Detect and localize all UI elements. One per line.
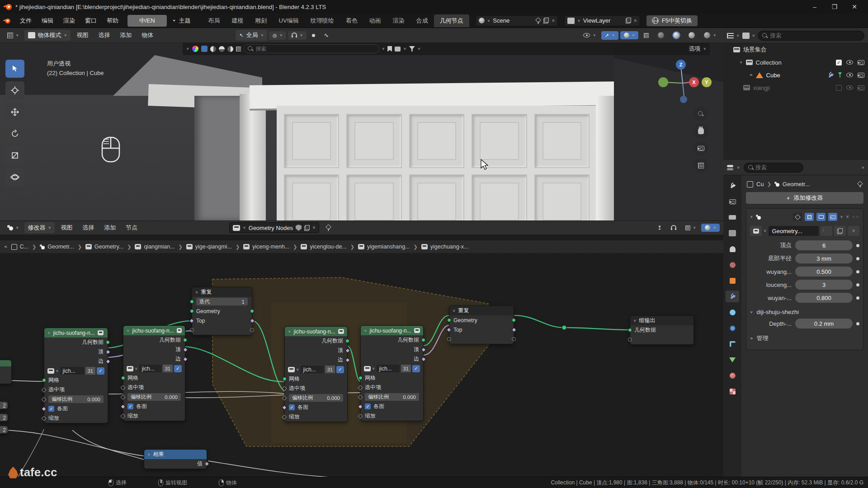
mask-sphere-icon-3[interactable] [227, 46, 233, 52]
node-canvas[interactable]: ∨ C... ❯ Geometr... ❯ Geometry... ❯ qian… [0, 235, 723, 477]
node-pin-icon[interactable] [326, 225, 331, 231]
crumb-nodes-label[interactable]: Geometr... [783, 181, 810, 188]
clipped-value-3[interactable]: 2 [0, 426, 8, 434]
louceng-value[interactable]: 3 [795, 280, 853, 290]
menu-window[interactable]: 窗口 [80, 15, 101, 27]
drag-handle[interactable]: ⁙⁙ [852, 215, 859, 219]
layers-icon[interactable] [395, 47, 401, 52]
group-node-4[interactable]: ∨jichu-suofang-n... 几何数据 顶 边 ∨jich...31✓… [360, 325, 424, 421]
tab-uv-editing[interactable]: UV编辑 [273, 14, 305, 27]
shading-material[interactable] [685, 31, 698, 40]
display-mode-icon[interactable] [727, 33, 734, 38]
gizmo-x-axis[interactable]: X [689, 77, 699, 87]
pivot-point-dropdown[interactable]: ◎∨ [269, 31, 286, 40]
mask-sphere-icon-2[interactable] [219, 46, 225, 52]
clipped-value-2[interactable]: 2 [0, 413, 8, 422]
depth-value[interactable]: 0.2 mm [795, 319, 853, 328]
unlink-node-tree-icon[interactable]: × [312, 225, 316, 231]
modifier-wrench-icon[interactable] [827, 72, 834, 78]
unlink-button[interactable]: × [848, 226, 859, 236]
tab-texture-paint[interactable]: 纹理喷绘 [305, 14, 340, 27]
filter-images-icon[interactable] [742, 33, 750, 39]
filter-icon[interactable] [409, 46, 415, 52]
tab-output[interactable] [726, 211, 739, 223]
expand-icon[interactable]: ∨ [740, 61, 743, 64]
bookmark-icon[interactable] [387, 46, 392, 52]
tab-modifiers[interactable] [726, 291, 739, 302]
tab-geometry-nodes[interactable]: 几何节点 [434, 14, 469, 27]
add-modifier-button[interactable]: + 添加修改器 [746, 192, 863, 204]
transform-orientation-dropdown[interactable]: ↖全局∨ [236, 30, 267, 41]
tab-world[interactable] [726, 259, 739, 271]
new-view-layer-icon[interactable] [626, 18, 631, 23]
pin-icon[interactable] [535, 18, 541, 24]
viewport-menu-add[interactable]: 添加 [116, 29, 136, 41]
node-menu-add[interactable]: 添加 [100, 222, 120, 234]
tab-physics[interactable] [726, 322, 739, 334]
gizmo-y-neg-axis[interactable] [658, 77, 668, 87]
repeat-input-node[interactable]: ∨重复 迭代1 Geometry Top [192, 287, 252, 335]
hide-eye-icon[interactable] [846, 85, 853, 90]
clipped-value-1[interactable]: 2 [0, 401, 8, 409]
outliner-search[interactable] [758, 31, 864, 41]
keyframe-dot[interactable] [856, 283, 859, 286]
tab-rendering[interactable]: 渲染 [387, 14, 410, 27]
keyframe-dot[interactable] [856, 296, 859, 300]
viewport-search[interactable] [244, 44, 379, 53]
minimize-button[interactable]: – [805, 0, 825, 14]
proportional-editing-toggle[interactable] [308, 33, 319, 38]
tweak-tool-button[interactable] [5, 60, 24, 78]
shading-wireframe[interactable] [654, 31, 668, 40]
tab-render[interactable] [726, 196, 739, 207]
group-node-2[interactable]: ∨jichu-suofang-n... 几何数据 顶 边 ∨jich...31✓… [123, 325, 185, 421]
menu-help[interactable]: 帮助 [102, 15, 123, 27]
multiply-node[interactable]: ∨相乘 值 [144, 449, 207, 469]
tab-view-layer[interactable] [726, 227, 739, 239]
breadcrumb-object[interactable]: C... [11, 244, 28, 250]
vertices-value[interactable]: 6 [795, 240, 853, 250]
collapse-icon[interactable]: ∨ [750, 215, 753, 219]
clipped-node-fragment[interactable]: 网格 贴图 [0, 360, 12, 384]
outliner-search-input[interactable] [770, 33, 860, 39]
remove-view-layer-icon[interactable]: × [634, 18, 637, 24]
mode-dropdown[interactable]: 物体模式∨ [24, 30, 71, 41]
go-to-parent-button[interactable]: ↥ [654, 223, 665, 232]
stencil-icon[interactable] [236, 47, 241, 52]
properties-editor-icon[interactable] [727, 165, 733, 170]
tab-constraints[interactable] [726, 338, 739, 350]
group-node-3[interactable]: ∨jichu-suofang-n... 几何数据 顶 边 ∨jich...31✓… [284, 326, 348, 422]
outliner-scene-collection[interactable]: 场景集合 [723, 43, 868, 56]
exclude-checkbox[interactable]: ✓ [836, 60, 842, 66]
outliner-cube-row[interactable]: ∨ Cube [723, 69, 868, 81]
tab-tool[interactable] [726, 180, 739, 192]
options-dropdown[interactable]: 选项∨ [689, 45, 706, 53]
remove-modifier-icon[interactable]: × [846, 214, 849, 220]
group-output-node[interactable]: ∨组输出 几何数据 [630, 315, 694, 345]
blender-menu-icon[interactable] [3, 17, 10, 24]
node-menu-node[interactable]: 节点 [122, 222, 142, 234]
scale-tool-button[interactable] [5, 146, 24, 164]
render-visibility-icon[interactable] [858, 60, 864, 65]
wuyang-value[interactable]: 0.500 [795, 267, 853, 277]
breadcrumb-group-1[interactable]: Geometry... [85, 244, 123, 250]
node-editor-type-dropdown[interactable]: ∨ [4, 224, 23, 232]
render-display-toggle[interactable] [828, 213, 837, 221]
node-snapping-toggle[interactable] [667, 224, 680, 232]
tab-texture[interactable] [726, 385, 739, 397]
options-icon[interactable]: ∨ [861, 166, 864, 169]
unlink-scene-icon[interactable]: × [552, 18, 555, 24]
extras-dropdown-icon[interactable]: ∨ [840, 215, 843, 219]
select-mask-icon[interactable] [201, 46, 208, 52]
shading-solid[interactable] [670, 31, 683, 40]
tab-shading[interactable]: 着色 [340, 14, 363, 27]
viewport-search-input[interactable] [256, 46, 364, 52]
tab-material[interactable] [726, 370, 739, 381]
tab-layout[interactable]: 布局 [203, 14, 226, 27]
visibility-dropdown[interactable]: ∨ [580, 32, 599, 39]
viewport-display-toggle[interactable] [816, 213, 826, 221]
fake-user-shield-icon[interactable] [296, 225, 302, 231]
node-context-dropdown[interactable]: 修改器∨ [24, 222, 55, 233]
pan-button[interactable] [693, 124, 708, 138]
subpanel-manage[interactable]: ∨管理 [750, 334, 859, 343]
new-scene-icon[interactable] [543, 18, 549, 23]
